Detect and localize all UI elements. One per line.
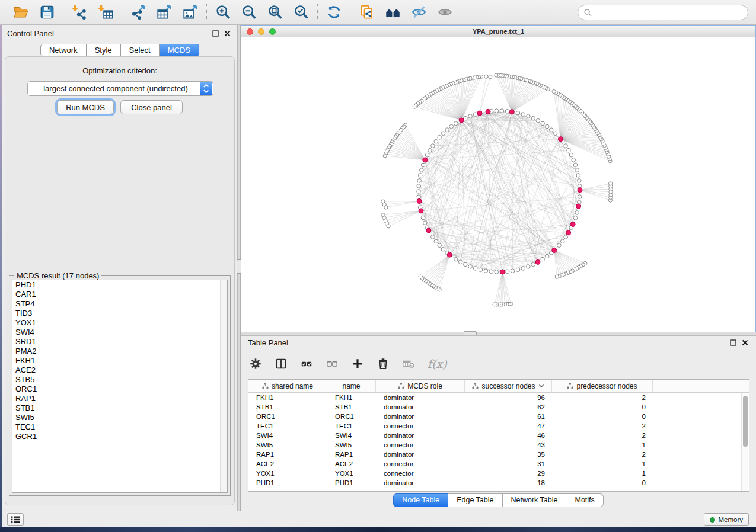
tab-motifs[interactable]: Motifs — [566, 493, 603, 507]
table-cell: ORC1 — [248, 412, 327, 421]
refresh-icon[interactable] — [325, 4, 343, 21]
column-header[interactable]: shared name — [248, 380, 327, 392]
search-field[interactable] — [578, 5, 748, 20]
column-header[interactable]: successor nodes — [465, 380, 552, 392]
table-cell: PHD1 — [327, 478, 376, 488]
column-header[interactable]: name — [327, 380, 376, 392]
mcds-result-item[interactable]: RAP1 — [12, 394, 227, 403]
mcds-result-item[interactable]: PHD1 — [12, 280, 227, 290]
mcds-result-list[interactable]: PHD1CAR1STP4TID3YOX1SWI4SRD1PMA2FKH1ACE2… — [12, 280, 228, 493]
float-panel-icon[interactable] — [212, 30, 219, 37]
table-row[interactable]: SWI4SWI4dominator462 — [248, 431, 749, 440]
copy-network-icon[interactable] — [358, 4, 375, 21]
memory-button[interactable]: Memory — [704, 513, 749, 526]
table-cell: connector — [376, 421, 465, 431]
table-row[interactable]: TEC1TEC1connector472 — [248, 421, 749, 431]
first-neighbors-icon[interactable] — [384, 4, 401, 21]
open-session-icon[interactable] — [12, 4, 30, 21]
tab-edge-table[interactable]: Edge Table — [448, 493, 502, 507]
network-canvas[interactable] — [241, 37, 755, 332]
hide-selected-icon[interactable] — [410, 4, 428, 21]
mcds-result-item[interactable]: STB1 — [12, 403, 227, 413]
table-cell: 43 — [465, 440, 552, 450]
table-row[interactable]: YOX1YOX1connector291 — [248, 469, 749, 478]
task-history-button[interactable] — [7, 513, 24, 526]
mcds-result-item[interactable]: PMA2 — [12, 347, 227, 356]
zoom-out-icon[interactable] — [240, 4, 258, 21]
table-cell: ACE2 — [248, 459, 327, 469]
table-row[interactable]: SWI5SWI5connector431 — [248, 440, 749, 450]
deselect-all-icon[interactable] — [326, 356, 339, 371]
show-all-icon[interactable] — [436, 4, 454, 21]
mcds-result-item[interactable]: SWI5 — [12, 413, 227, 422]
mcds-result-item[interactable]: SWI4 — [12, 328, 227, 337]
mcds-result-item[interactable]: YOX1 — [12, 318, 227, 328]
mcds-result-item[interactable]: TID3 — [12, 309, 227, 318]
mcds-result-item[interactable]: FKH1 — [12, 356, 227, 366]
file-group — [5, 4, 63, 21]
table-row[interactable]: RAP1RAP1dominator352 — [248, 450, 749, 459]
mcds-result-item[interactable]: STP4 — [12, 299, 227, 309]
zoom-fit-icon[interactable] — [266, 4, 284, 21]
export-image-icon[interactable] — [181, 4, 199, 21]
table-scrollbar[interactable] — [741, 393, 748, 492]
float-panel-icon[interactable] — [729, 339, 737, 347]
mcds-result-item[interactable]: ORC1 — [12, 384, 227, 394]
result-list-scrollbar[interactable] — [220, 280, 227, 492]
column-browser-icon[interactable] — [275, 356, 288, 371]
import-table-icon[interactable] — [97, 4, 114, 21]
network-window-titlebar[interactable]: YPA_prune.txt_1 — [241, 26, 755, 37]
table-row[interactable]: PHD1PHD1dominator180 — [248, 478, 749, 488]
tab-network[interactable]: Network — [40, 44, 87, 56]
add-column-icon[interactable] — [351, 356, 364, 371]
zoom-in-icon[interactable] — [214, 4, 232, 21]
mcds-result-item[interactable]: GCR1 — [12, 432, 227, 441]
table-row[interactable]: ACE2ACE2connector311 — [248, 459, 749, 469]
tab-select[interactable]: Select — [121, 44, 160, 56]
delete-column-trash-icon[interactable] — [377, 356, 390, 371]
application-window: Control Panel Network Style Select MCDS … — [0, 0, 756, 532]
criterion-dropdown[interactable]: largest connected component (undirected) — [27, 81, 213, 96]
tab-network-table[interactable]: Network Table — [503, 493, 567, 507]
column-header-filler — [653, 380, 749, 392]
table-cell: connector — [376, 440, 465, 450]
table-toolbar: f(x) — [249, 352, 447, 375]
mcds-result-item[interactable]: ACE2 — [12, 366, 227, 375]
column-header[interactable]: MCDS role — [376, 380, 465, 392]
mcds-result-item[interactable]: SRD1 — [12, 337, 227, 347]
network-graph[interactable] — [241, 37, 755, 332]
network-view-window: YPA_prune.txt_1 — [241, 25, 756, 332]
column-header[interactable]: predecessor nodes — [552, 380, 653, 392]
save-session-icon[interactable] — [38, 4, 56, 21]
table-cell: 61 — [465, 412, 552, 421]
import-network-icon[interactable] — [71, 4, 88, 21]
table-row[interactable]: STB1STB1dominator620 — [248, 402, 749, 412]
table-cell: 47 — [465, 421, 552, 431]
node-table[interactable]: shared namenameMCDS rolesuccessor nodesp… — [248, 379, 749, 492]
function-builder-icon[interactable]: f(x) — [428, 356, 447, 371]
table-cell: SWI5 — [327, 440, 376, 450]
tab-node-table[interactable]: Node Table — [393, 493, 448, 507]
table-cell: 35 — [465, 450, 552, 459]
mcds-result-item[interactable]: STB5 — [12, 375, 227, 384]
tab-mcds[interactable]: MCDS — [160, 44, 199, 56]
table-row[interactable]: ORC1ORC1dominator610 — [248, 412, 749, 421]
zoom-selected-icon[interactable] — [292, 4, 310, 21]
export-network-icon[interactable] — [129, 4, 147, 21]
export-table-icon[interactable] — [155, 4, 173, 21]
select-all-icon[interactable] — [300, 356, 313, 371]
run-mcds-button[interactable]: Run MCDS — [57, 100, 114, 114]
mcds-result-item[interactable]: CAR1 — [12, 290, 227, 299]
table-settings-gear-icon[interactable] — [249, 356, 262, 371]
close-panel-icon[interactable] — [741, 339, 749, 347]
table-body: FKH1FKH1dominator962STB1STB1dominator620… — [248, 393, 749, 488]
close-panel-icon[interactable] — [224, 30, 231, 37]
mcds-result-item[interactable]: TEC1 — [12, 422, 227, 432]
table-scrollbar-thumb[interactable] — [743, 396, 748, 447]
search-input[interactable] — [592, 8, 748, 17]
close-panel-button[interactable]: Close panel — [120, 100, 183, 114]
delete-table-icon[interactable] — [402, 356, 415, 371]
table-cell: YOX1 — [248, 469, 327, 478]
table-row[interactable]: FKH1FKH1dominator962 — [248, 393, 749, 402]
tab-style[interactable]: Style — [87, 44, 121, 56]
